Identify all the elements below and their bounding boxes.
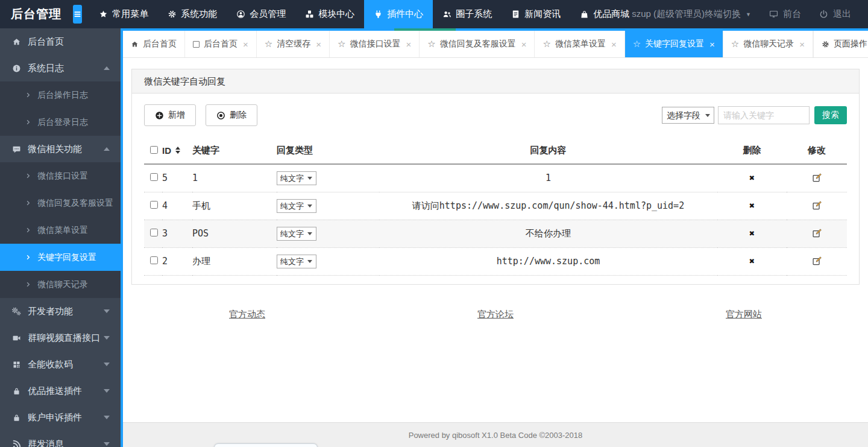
- tab-keyword-reply[interactable]: ☆ 关键字回复设置 ×: [625, 31, 723, 57]
- reply-type-select[interactable]: 纯文字: [277, 227, 316, 241]
- sidebar-group-payment-code[interactable]: 全能收款码: [0, 351, 121, 378]
- sidebar-item-label: 账户申诉插件: [28, 412, 82, 423]
- tab-wechat-reply-service[interactable]: ☆ 微信回复及客服设置 ×: [420, 31, 535, 57]
- edit-icon[interactable]: [812, 228, 822, 238]
- close-icon[interactable]: ×: [243, 39, 248, 49]
- tabbar-top-border: [123, 28, 868, 31]
- page-operations-menu[interactable]: 页面操作 ▼: [813, 31, 868, 57]
- nav-item-label: 常用菜单: [112, 8, 148, 20]
- table-header-row: ID 关键字 回复类型 回复内容 删除 修改: [144, 137, 847, 164]
- nav-item-system-functions[interactable]: 系统功能: [158, 0, 227, 28]
- close-icon[interactable]: ×: [611, 39, 617, 49]
- sidebar-item-wechat-chat-log[interactable]: 微信聊天记录: [0, 271, 121, 298]
- official-forum-link[interactable]: 官方论坛: [371, 309, 620, 320]
- terminal-switch-label: 终端切换: [705, 8, 741, 20]
- official-news-link[interactable]: 官方动态: [123, 309, 371, 320]
- sidebar-group-wechat[interactable]: 微信相关功能: [0, 136, 121, 162]
- column-header-reply-content: 回复内容: [379, 137, 717, 164]
- sidebar-group-developer[interactable]: 开发者功能: [0, 298, 121, 325]
- toolbar: 新增 删除 选择字段 搜索: [132, 94, 859, 135]
- sidebar-item-wechat-api[interactable]: 微信接口设置: [0, 162, 121, 189]
- search-button[interactable]: 搜索: [814, 106, 847, 124]
- close-icon[interactable]: ×: [406, 39, 411, 49]
- add-button[interactable]: 新增: [144, 104, 196, 126]
- star-icon: ☆: [265, 39, 272, 49]
- delete-row-icon[interactable]: ✖: [749, 228, 755, 239]
- tab-wechat-menu[interactable]: ☆ 微信菜单设置 ×: [535, 31, 624, 57]
- sidebar: 后台首页 系统日志 后台操作日志 后台登录日志 微信相关功能 微信接口设置 微信…: [0, 28, 121, 447]
- sidebar-item-wechat-reply-service[interactable]: 微信回复及客服设置: [0, 189, 121, 217]
- nav-item-plugin-center[interactable]: 插件中心: [364, 0, 433, 28]
- tab-wechat-api[interactable]: ☆ 微信接口设置 ×: [330, 31, 420, 57]
- column-header-delete: 删除: [717, 137, 787, 164]
- close-icon[interactable]: ×: [709, 39, 715, 49]
- close-icon[interactable]: ×: [799, 39, 805, 49]
- close-icon[interactable]: ×: [316, 39, 321, 49]
- edit-icon[interactable]: [812, 173, 822, 183]
- top-navbar: 后台管理中心 常用菜单 系统功能 会员管理 模块中心 插件中心 圈子系统: [0, 0, 868, 28]
- sidebar-item-home[interactable]: 后台首页: [0, 28, 121, 55]
- field-select[interactable]: 选择字段: [662, 107, 714, 124]
- delete-row-icon[interactable]: ✖: [749, 256, 755, 267]
- row-checkbox[interactable]: [150, 173, 158, 181]
- sort-icon[interactable]: [175, 147, 180, 154]
- user-circle-icon: [236, 10, 245, 19]
- delete-row-icon[interactable]: ✖: [749, 200, 755, 211]
- sidebar-group-appeal-plugin[interactable]: 账户申诉插件: [0, 404, 121, 431]
- select-all-checkbox[interactable]: [150, 146, 158, 154]
- sidebar-toggle-button[interactable]: [73, 5, 82, 24]
- logged-in-user: szup (超级管理员): [632, 8, 705, 20]
- keyword-search-input[interactable]: [718, 106, 810, 124]
- reply-type-select[interactable]: 纯文字: [277, 199, 316, 213]
- tab-clear-cache[interactable]: ☆ 清空缓存 ×: [257, 31, 330, 57]
- reply-type-select[interactable]: 纯文字: [277, 255, 316, 268]
- plugin-icon: [374, 10, 383, 19]
- official-site-link[interactable]: 官方网站: [620, 309, 868, 320]
- tab-wechat-chat-log[interactable]: ☆ 微信聊天记录 ×: [723, 31, 813, 57]
- progress-bar-segment: [394, 28, 456, 31]
- row-id: 3: [162, 220, 192, 247]
- frontend-link[interactable]: 前台: [769, 8, 801, 20]
- delete-row-icon[interactable]: ✖: [749, 173, 755, 183]
- edit-icon[interactable]: [812, 200, 822, 211]
- nav-item-shop[interactable]: 优品商城: [570, 0, 639, 28]
- shop-bag-icon: [580, 10, 589, 19]
- home-icon: [131, 40, 139, 48]
- nav-item-label: 圈子系统: [456, 8, 492, 20]
- row-checkbox[interactable]: [150, 201, 158, 209]
- sidebar-group-push-plugin[interactable]: 优品推送插件: [0, 378, 121, 404]
- nav-item-module-center[interactable]: 模块中心: [295, 0, 364, 28]
- sidebar-item-operation-log[interactable]: 后台操作日志: [0, 81, 121, 109]
- app-title: 后台管理中心: [0, 0, 64, 28]
- sidebar-group-mass-message[interactable]: 群发消息: [0, 431, 121, 447]
- logout-button[interactable]: 退出: [819, 8, 851, 20]
- column-header-id[interactable]: ID: [162, 145, 171, 156]
- sidebar-item-label: 关键字回复设置: [37, 252, 96, 263]
- sidebar-item-wechat-menu[interactable]: 微信菜单设置: [0, 217, 121, 244]
- row-checkbox[interactable]: [150, 256, 158, 264]
- sidebar-group-system-logs[interactable]: 系统日志: [0, 55, 121, 81]
- delete-button[interactable]: 删除: [206, 104, 257, 126]
- sidebar-item-login-log[interactable]: 后台登录日志: [0, 109, 121, 136]
- home-icon: [12, 37, 21, 46]
- row-checkbox[interactable]: [150, 229, 158, 236]
- edit-icon[interactable]: [812, 256, 822, 266]
- sidebar-group-video-live[interactable]: 群聊视频直播接口: [0, 325, 121, 351]
- terminal-switch-menu[interactable]: 终端切换 ▼: [705, 8, 751, 20]
- nav-item-common-menu[interactable]: 常用菜单: [89, 0, 158, 28]
- close-icon[interactable]: ×: [521, 39, 527, 49]
- sidebar-item-keyword-reply[interactable]: 关键字回复设置: [0, 244, 121, 271]
- sidebar-item-label: 全能收款码: [28, 359, 73, 370]
- lock-icon: [12, 387, 21, 396]
- tab-home[interactable]: 后台首页: [123, 31, 185, 57]
- logout-label: 退出: [833, 8, 851, 20]
- tab-home-2[interactable]: 后台首页 ×: [185, 31, 257, 57]
- reply-type-select[interactable]: 纯文字: [277, 171, 316, 185]
- nav-item-news[interactable]: 新闻资讯: [502, 0, 570, 28]
- main-column: 后台首页 后台首页 × ☆ 清空缓存 × ☆ 微信接口设置 × ☆ 微信回复及客…: [121, 28, 868, 447]
- nav-item-circle-system[interactable]: 圈子系统: [433, 0, 502, 28]
- star-icon: ☆: [427, 39, 435, 49]
- nav-item-member-management[interactable]: 会员管理: [227, 0, 295, 28]
- qrcode-icon: [12, 360, 21, 369]
- users-icon: [442, 10, 451, 19]
